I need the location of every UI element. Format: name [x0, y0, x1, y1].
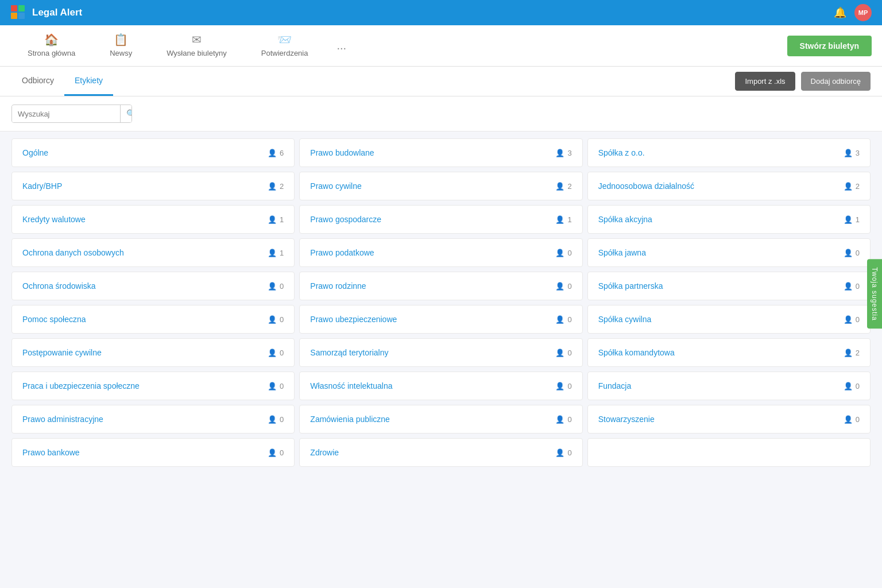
- grid-item-label: Ochrona środowiska: [22, 281, 96, 291]
- grid-item-count: 👤0: [844, 415, 860, 424]
- person-icon: 👤: [268, 282, 277, 291]
- grid-item[interactable]: Jednoosobowa działalność👤2: [587, 172, 871, 200]
- grid-item[interactable]: Ochrona środowiska👤0: [11, 272, 295, 300]
- nav-newsy[interactable]: 📋 Newsy: [92, 25, 149, 67]
- grid-item[interactable]: Własność intelektualna👤0: [299, 372, 582, 400]
- grid-item[interactable]: Pomoc społeczna👤0: [11, 305, 295, 334]
- grid-item[interactable]: Spółka z o.o.👤3: [587, 138, 871, 167]
- person-icon: 👤: [555, 282, 564, 291]
- grid-item-label: Kadry/BHP: [22, 181, 62, 191]
- person-icon: 👤: [268, 448, 277, 457]
- notification-bell-icon[interactable]: 🔔: [834, 6, 846, 19]
- grid-item[interactable]: Prawo bankowe👤0: [11, 438, 295, 467]
- grid-item-count: 👤0: [844, 282, 860, 291]
- grid-item-count: 👤2: [555, 182, 571, 191]
- tabs-actions: Import z .xls Dodaj odbiorcę: [735, 72, 871, 91]
- grid-item[interactable]: Samorząd terytorialny👤0: [299, 338, 582, 367]
- grid-item-count: 👤1: [268, 249, 284, 257]
- nav-label-newsy: Newsy: [110, 49, 132, 57]
- grid-item-count: 👤1: [555, 215, 571, 224]
- person-icon: 👤: [268, 182, 277, 191]
- grid-item[interactable]: Ogólne👤6: [11, 138, 295, 167]
- person-icon: 👤: [844, 182, 853, 191]
- sent-icon: ✉: [192, 33, 202, 47]
- grid-item-count: 👤0: [268, 315, 284, 324]
- person-icon: 👤: [844, 149, 853, 157]
- grid-item-label: Spółka cywilna: [598, 315, 652, 324]
- create-bulletin-button[interactable]: Stwórz biuletyn: [787, 36, 872, 56]
- grid-item-label: Ogólne: [22, 148, 48, 157]
- grid-item-count: 👤0: [268, 415, 284, 424]
- person-icon: 👤: [555, 215, 564, 224]
- grid-item[interactable]: Fundacja👤0: [587, 372, 871, 400]
- person-icon: 👤: [555, 382, 564, 390]
- grid-item[interactable]: Prawo gospodarcze👤1: [299, 205, 582, 234]
- navbar: 🏠 Strona główna 📋 Newsy ✉ Wysłane biulet…: [0, 25, 882, 67]
- navbar-left: 🏠 Strona główna 📋 Newsy ✉ Wysłane biulet…: [10, 25, 358, 67]
- nav-label-strona-glowna: Strona główna: [28, 49, 75, 57]
- grid-item[interactable]: Kadry/BHP👤2: [11, 172, 295, 200]
- svg-rect-2: [11, 13, 17, 19]
- grid-item[interactable]: Zamówienia publiczne👤0: [299, 405, 582, 434]
- grid-item[interactable]: Prawo podatkowe👤0: [299, 238, 582, 267]
- add-recipient-button[interactable]: Dodaj odbiorcę: [801, 72, 871, 91]
- grid-item-count: 👤0: [268, 282, 284, 291]
- grid-item[interactable]: Stowarzyszenie👤0: [587, 405, 871, 434]
- nav-wyslane-biuletyny[interactable]: ✉ Wysłane biuletyny: [149, 25, 244, 67]
- svg-rect-3: [18, 13, 25, 19]
- person-icon: 👤: [555, 415, 564, 424]
- grid-item-count: 👤3: [844, 149, 860, 157]
- tab-odbiorcy[interactable]: Odbiorcy: [11, 67, 64, 96]
- tab-etykiety[interactable]: Etykiety: [64, 67, 113, 96]
- grid-item[interactable]: Spółka komandytowa👤2: [587, 338, 871, 367]
- person-icon: 👤: [844, 382, 853, 390]
- grid-item[interactable]: Prawo administracyjne👤0: [11, 405, 295, 434]
- person-icon: 👤: [268, 315, 277, 324]
- grid-item-label: Ochrona danych osobowych: [22, 248, 124, 257]
- grid-item[interactable]: Spółka partnerska👤0: [587, 272, 871, 300]
- grid-item-count: 👤0: [844, 249, 860, 257]
- grid-item[interactable]: Prawo ubezpieczeniowe👤0: [299, 305, 582, 334]
- search-button[interactable]: 🔍: [120, 105, 132, 122]
- person-icon: 👤: [844, 215, 853, 224]
- nav-more[interactable]: ...: [325, 25, 358, 67]
- grid-section: Ogólne👤6Prawo budowlane👤3Spółka z o.o.👤3…: [0, 131, 882, 474]
- tabs: Odbiorcy Etykiety: [11, 67, 113, 96]
- grid-item-label: Prawo podatkowe: [310, 248, 374, 257]
- grid-item[interactable]: Prawo rodzinne👤0: [299, 272, 582, 300]
- import-xls-button[interactable]: Import z .xls: [735, 72, 795, 91]
- nav-strona-glowna[interactable]: 🏠 Strona główna: [10, 25, 92, 67]
- grid-item-label: Fundacja: [598, 381, 632, 390]
- grid-item[interactable]: Kredyty walutowe👤1: [11, 205, 295, 234]
- grid-item[interactable]: Zdrowie👤0: [299, 438, 582, 467]
- grid-item[interactable]: Spółka akcyjna👤1: [587, 205, 871, 234]
- grid-item[interactable]: Spółka cywilna👤0: [587, 305, 871, 334]
- grid-item-count: 👤2: [844, 349, 860, 357]
- grid-item-label: Pomoc społeczna: [22, 315, 86, 324]
- confirm-icon: 📨: [277, 33, 292, 47]
- grid-item[interactable]: Prawo cywilne👤2: [299, 172, 582, 200]
- grid-item-label: Stowarzyszenie: [598, 415, 655, 424]
- grid-item-label: Samorząd terytorialny: [310, 348, 388, 357]
- person-icon: 👤: [268, 382, 277, 390]
- grid-item[interactable]: Ochrona danych osobowych👤1: [11, 238, 295, 267]
- app-logo-icon: [10, 5, 26, 21]
- grid-item-label: Prawo rodzinne: [310, 281, 366, 291]
- grid-item[interactable]: Prawo budowlane👤3: [299, 138, 582, 167]
- tabs-section: Odbiorcy Etykiety Import z .xls Dodaj od…: [0, 67, 882, 96]
- grid-item-count: 👤6: [268, 149, 284, 157]
- user-avatar[interactable]: MP: [854, 4, 872, 21]
- grid-item-count: 👤0: [555, 249, 571, 257]
- suggestion-sidebar[interactable]: Twoja sugestia: [867, 259, 882, 328]
- nav-label-potwierdzenia: Potwierdzenia: [261, 49, 308, 57]
- nav-potwierdzenia[interactable]: 📨 Potwierdzenia: [244, 25, 326, 67]
- grid-item-label: Spółka komandytowa: [598, 348, 675, 357]
- news-icon: 📋: [114, 33, 128, 47]
- grid-item-label: Praca i ubezpieczenia społeczne: [22, 381, 140, 390]
- grid-item-empty: [587, 438, 871, 467]
- grid-item-label: Prawo gospodarcze: [310, 215, 381, 224]
- grid-item[interactable]: Praca i ubezpieczenia społeczne👤0: [11, 372, 295, 400]
- grid-item[interactable]: Postępowanie cywilne👤0: [11, 338, 295, 367]
- grid-item[interactable]: Spółka jawna👤0: [587, 238, 871, 267]
- search-input[interactable]: [12, 106, 120, 122]
